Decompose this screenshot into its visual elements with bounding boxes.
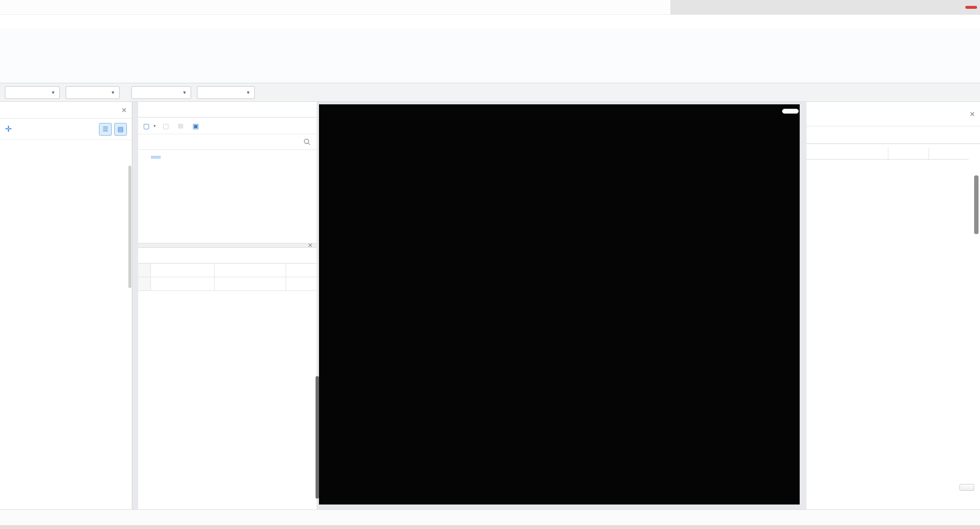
taskbar-strip: [0, 525, 980, 529]
delete-component-button[interactable]: ⊠: [178, 122, 186, 130]
panel-scrollbar[interactable]: [316, 376, 319, 499]
property-table: [138, 264, 317, 291]
nav-toolbar: ✛ ☰ ▤: [0, 119, 132, 140]
component-panel-tabs: [138, 102, 317, 118]
component-panel: ▢▾ ▢ ⊠ ▣ ✕: [138, 102, 317, 509]
component-toolbar: ▢▾ ▢ ⊠ ▣: [138, 118, 317, 134]
property-value-cell[interactable]: [215, 277, 286, 290]
property-name-header: [151, 264, 215, 277]
chevron-down-icon: ▼: [51, 90, 55, 95]
category-dropdown[interactable]: ▼: [66, 86, 120, 99]
model-3d: [319, 104, 800, 505]
new-file-icon: ▢: [143, 122, 149, 130]
view-toolbar: [782, 109, 799, 114]
component-name-dropdown[interactable]: ▼: [197, 86, 255, 99]
status-bar: [0, 509, 980, 525]
trash-icon: ⊠: [178, 122, 184, 130]
component-type-dropdown[interactable]: ▼: [131, 86, 191, 99]
context-selector-bar: ▼ ▼ ▼ ▼: [0, 83, 980, 102]
layers-copy-icon: ▣: [193, 122, 199, 130]
close-icon[interactable]: ✕: [121, 106, 127, 114]
add-icon[interactable]: ✛: [5, 124, 12, 134]
property-name-cell[interactable]: [151, 277, 215, 290]
display-scrollbar[interactable]: [974, 175, 979, 234]
component-list: [138, 150, 317, 243]
copy-icon: ▢: [163, 122, 169, 130]
restore-defaults-button[interactable]: [959, 484, 974, 491]
menu-tab-bar: [0, 15, 980, 28]
row-number-header: [138, 264, 151, 277]
interlayer-copy-button[interactable]: ▣: [193, 122, 201, 130]
chevron-down-icon: ▼: [246, 90, 250, 95]
copy-component-button[interactable]: ▢: [163, 122, 171, 130]
floor-dropdown[interactable]: ▼: [5, 86, 60, 99]
display-settings-tabs: [807, 126, 980, 144]
app-logo-icon: [5, 0, 27, 15]
search-icon: [303, 138, 312, 146]
close-icon[interactable]: ✕: [969, 110, 975, 118]
property-extra-cell[interactable]: [286, 277, 317, 290]
chevron-down-icon: ▼: [182, 90, 187, 95]
navigation-panel: ✕ ✛ ☰ ▤: [0, 102, 132, 509]
new-component-button[interactable]: ▢▾: [143, 122, 156, 130]
display-settings-panel: ✕: [807, 102, 980, 509]
close-icon[interactable]: ✕: [308, 242, 313, 249]
detail-view-button[interactable]: ▤: [114, 123, 127, 136]
component-list-item[interactable]: [151, 156, 161, 159]
component-search-input[interactable]: [138, 134, 317, 150]
title-bar: [0, 0, 980, 15]
display-columns-header: [807, 144, 969, 160]
nav-scrollbar[interactable]: [128, 166, 131, 288]
panel-splitter[interactable]: ✕: [138, 243, 317, 248]
property-panel-tabs: [138, 248, 317, 264]
property-value-header: [215, 264, 286, 277]
ribbon: [0, 28, 980, 83]
property-extra-header: [286, 264, 317, 277]
row-number: [138, 277, 151, 290]
chevron-down-icon: ▼: [111, 90, 115, 95]
screen-recorder-toolbar: [670, 0, 980, 15]
viewport-canvas[interactable]: [319, 104, 800, 505]
list-view-button[interactable]: ☰: [99, 123, 112, 136]
recording-stop-button[interactable]: [965, 6, 977, 9]
